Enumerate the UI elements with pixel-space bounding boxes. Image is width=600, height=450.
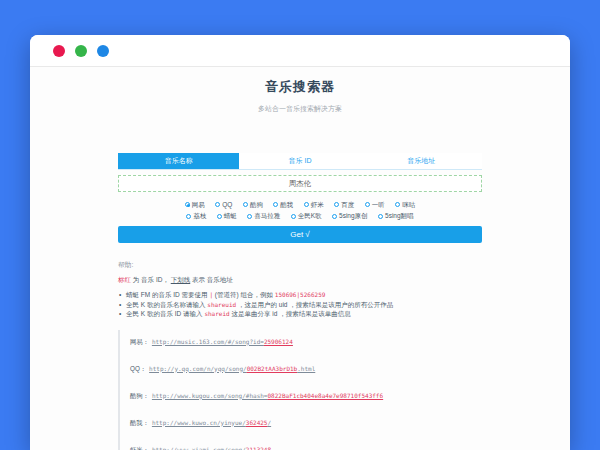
- radio-icon: [215, 202, 220, 207]
- page-title: 音乐搜索器: [118, 78, 482, 96]
- example-netease: 网易：http://music.163.com/#/song?id=259061…: [130, 330, 482, 348]
- radio-icon: [378, 214, 383, 219]
- example-url[interactable]: http://y.qq.com/n/yqq/song/002B2tAA3brD1…: [149, 365, 315, 372]
- radio-icon: [365, 202, 370, 207]
- source-radio-ximalaya[interactable]: 喜马拉雅: [247, 212, 280, 220]
- example-xiami: 虾米：http://www.xiami.com/song/2113248: [130, 438, 482, 450]
- source-radio-kugou[interactable]: 酷狗: [243, 201, 263, 209]
- example-url[interactable]: http://www.kuwo.cn/yinyue/362425/: [152, 419, 271, 426]
- example-url[interactable]: http://www.kugou.com/song/#hash=0822BaF1…: [152, 392, 383, 399]
- example-links-block: 网易：http://music.163.com/#/song?id=259061…: [118, 330, 482, 450]
- desktop-background: { "colors": { "page_background": "#3b7bf…: [0, 0, 600, 450]
- source-radio-lizhi[interactable]: 荔枝: [186, 212, 206, 220]
- radio-icon: [273, 202, 278, 207]
- example-url[interactable]: http://www.xiami.com/song/2113248: [152, 446, 271, 450]
- radio-icon: [291, 214, 296, 219]
- example-url[interactable]: http://music.163.com/#/song?id=25906124: [152, 338, 293, 345]
- source-radio-kge[interactable]: 全民K歌: [291, 212, 322, 220]
- page-content: 音乐搜索器 多站合一音乐搜索解决方案 音乐名称 音乐 ID 音乐地址 网易 QQ…: [30, 67, 570, 450]
- radio-icon: [334, 202, 339, 207]
- radio-icon: [185, 202, 190, 207]
- minimize-window-icon[interactable]: [75, 45, 87, 57]
- source-radio-qingting[interactable]: 蜻蜓: [217, 212, 237, 220]
- browser-window: 音乐搜索器 多站合一音乐搜索解决方案 音乐名称 音乐 ID 音乐地址 网易 QQ…: [30, 35, 570, 450]
- radio-icon: [304, 202, 309, 207]
- source-radio-5sing-yc[interactable]: 5sing原创: [332, 212, 368, 220]
- source-radio-qq[interactable]: QQ: [215, 201, 232, 209]
- help-bullet-3: 全民 K 歌的音乐 ID 请输入 shareid 这是单曲分享 id ，搜索结果…: [118, 309, 482, 319]
- radio-icon: [247, 214, 252, 219]
- page-subtitle: 多站合一音乐搜索解决方案: [118, 104, 482, 114]
- get-button[interactable]: Get √: [118, 226, 482, 243]
- help-heading: 帮助:: [118, 260, 482, 270]
- example-qq: QQ：http://y.qq.com/n/yqq/song/002B2tAA3b…: [130, 357, 482, 375]
- close-window-icon[interactable]: [53, 45, 65, 57]
- keyword-input[interactable]: [118, 175, 482, 192]
- source-options: 网易 QQ 酷狗 酷我 虾米 百度 一听 咪咕 荔枝 蜻蜓 喜马拉雅 全民K歌 …: [118, 198, 482, 220]
- source-radio-5sing-fc[interactable]: 5sing翻唱: [378, 212, 414, 220]
- example-kugou: 酷狗：http://www.kugou.com/song/#hash=0822B…: [130, 384, 482, 402]
- help-bullet-1: 蜻蜓 FM 的音乐 ID 需要使用 | (管道符) 组合，例如 150696|5…: [118, 290, 482, 300]
- tab-music-id[interactable]: 音乐 ID: [239, 153, 360, 169]
- source-row-2: 荔枝 蜻蜓 喜马拉雅 全民K歌 5sing原创 5sing翻唱: [118, 210, 482, 221]
- window-titlebar: [30, 35, 570, 67]
- search-mode-tabs: 音乐名称 音乐 ID 音乐地址: [118, 153, 482, 170]
- source-radio-netease[interactable]: 网易: [185, 201, 205, 209]
- radio-icon: [186, 214, 191, 219]
- tab-music-name[interactable]: 音乐名称: [118, 153, 239, 169]
- legend-underline: 下划线: [171, 276, 191, 283]
- help-bullets: 蜻蜓 FM 的音乐 ID 需要使用 | (管道符) 组合，例如 150696|5…: [118, 290, 482, 319]
- source-radio-migu[interactable]: 咪咕: [395, 201, 415, 209]
- source-radio-baidu[interactable]: 百度: [334, 201, 354, 209]
- help-legend: 标红 为 音乐 ID， 下划线 表示 音乐地址: [118, 276, 482, 285]
- legend-red: 标红: [118, 276, 131, 283]
- maximize-window-icon[interactable]: [97, 45, 109, 57]
- radio-icon: [395, 202, 400, 207]
- source-radio-xiami[interactable]: 虾米: [304, 201, 324, 209]
- radio-icon: [243, 202, 248, 207]
- source-row-1: 网易 QQ 酷狗 酷我 虾米 百度 一听 咪咕: [118, 198, 482, 209]
- radio-icon: [332, 214, 337, 219]
- radio-icon: [217, 214, 222, 219]
- tab-music-url[interactable]: 音乐地址: [361, 153, 482, 169]
- example-kuwo: 酷我：http://www.kuwo.cn/yinyue/362425/: [130, 411, 482, 429]
- help-bullet-2: 全民 K 歌的音乐名称请输入 shareuid ，这是用户的 uid ，搜索结果…: [118, 300, 482, 310]
